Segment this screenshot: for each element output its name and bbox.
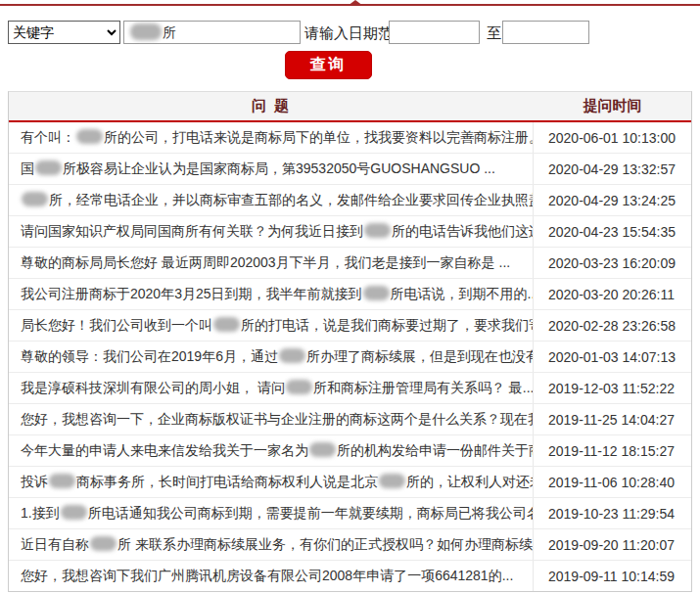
question-time: 2020-03-20 20:26:11 (534, 287, 691, 302)
censored-text-blob (309, 442, 336, 457)
table-row[interactable]: 我是淳硕科技深圳有限公司的周小姐， 请问所和商标注册管理局有关系吗？ 最...2… (9, 373, 691, 404)
question-time: 2019-12-03 11:52:22 (534, 381, 691, 396)
search-button[interactable]: 查询 (285, 51, 372, 79)
question-time: 2019-09-11 10:14:59 (534, 569, 691, 584)
keyword-type-select[interactable]: 关键字 (8, 21, 120, 44)
question-time: 2019-11-12 18:15:27 (534, 443, 691, 459)
table-row[interactable]: 所，经常电话企业，并以商标审查五部的名义，发邮件给企业要求回传企业执照盖章扫..… (9, 185, 691, 216)
question-time: 2019-09-20 11:20:07 (534, 537, 691, 553)
question-time: 2019-10-23 11:29:54 (534, 506, 691, 522)
question-cell[interactable]: 所，经常电话企业，并以商标审查五部的名义，发邮件给企业要求回传企业执照盖章扫..… (9, 185, 534, 215)
date-to-input[interactable] (502, 21, 589, 44)
question-time: 2020-04-29 13:32:57 (534, 161, 691, 177)
question-cell[interactable]: 1.接到所电话通知我公司商标到期，需要提前一年就要续期，商标局已将我公司名单..… (9, 498, 534, 528)
table-row[interactable]: 您好，我想咨询下我们广州腾讯机房设备有限公司2008年申请了一项6641281的… (9, 561, 691, 591)
date-to-label: 至 (487, 24, 501, 43)
keyword-input-value: 所 (129, 23, 176, 42)
time-column-header: 提问时间 (534, 97, 691, 115)
question-cell[interactable]: 局长您好！我们公司收到一个叫所的打电话，说是我们商标要过期了，要求我们寄资料..… (9, 310, 534, 341)
question-cell[interactable]: 国所极容易让企业认为是国家商标局，第39532050号GUOSHANGSUO .… (9, 154, 534, 184)
table-row[interactable]: 局长您好！我们公司收到一个叫所的打电话，说是我们商标要过期了，要求我们寄资料..… (9, 310, 691, 342)
censored-text-blob (90, 536, 117, 551)
question-cell[interactable]: 尊敬的领导：我们公司在2019年6月，通过所办理了商标续展，但是到现在也没有..… (9, 342, 534, 372)
question-cell[interactable]: 您好，我想咨询下我们广州腾讯机房设备有限公司2008年申请了一项6641281的… (9, 561, 534, 591)
question-time: 2020-01-03 14:07:13 (534, 349, 691, 365)
censored-text-blob (286, 380, 312, 394)
tab-pointer-icon (348, 0, 363, 6)
censored-text-blob (35, 160, 62, 175)
table-row[interactable]: 您好，我想咨询一下，企业商标版权证书与企业注册的商标这两个是什么关系？现在我企业… (9, 404, 691, 435)
table-header: 问 题 提问时间 (9, 92, 691, 122)
table-row[interactable]: 尊敬的商标局局长您好 最近两周即202003月下半月，我们老是接到一家自称是 .… (9, 248, 691, 279)
question-time: 2019-11-06 10:28:40 (534, 475, 691, 490)
question-cell[interactable]: 请问国家知识产权局同国商所有何关联？为何我近日接到所的电话告诉我他们这边是知..… (9, 216, 534, 247)
table-row[interactable]: 1.接到所电话通知我公司商标到期，需要提前一年就要续期，商标局已将我公司名单..… (9, 498, 691, 529)
table-row[interactable]: 近日有自称所 来联系办理商标续展业务，有你们的正式授权吗？如何办理商标续展...… (9, 529, 691, 561)
table-row[interactable]: 我公司注册商标于2020年3月25日到期，我半年前就接到所电话说，到期不用的..… (9, 279, 691, 310)
question-time: 2020-06-01 10:13:00 (534, 130, 691, 146)
censored-text-blob (61, 505, 87, 520)
table-row[interactable]: 尊敬的领导：我们公司在2019年6月，通过所办理了商标续展，但是到现在也没有..… (9, 342, 691, 373)
table-row[interactable]: 有个叫：所的公司，打电话来说是商标局下的单位，找我要资料以完善商标注册。但我..… (9, 122, 691, 154)
question-cell[interactable]: 尊敬的商标局局长您好 最近两周即202003月下半月，我们老是接到一家自称是 .… (9, 248, 534, 278)
question-cell[interactable]: 我是淳硕科技深圳有限公司的周小姐， 请问所和商标注册管理局有关系吗？ 最... (9, 373, 534, 403)
question-cell[interactable]: 我公司注册商标于2020年3月25日到期，我半年前就接到所电话说，到期不用的..… (9, 279, 534, 309)
censored-text-blob (76, 129, 103, 144)
keyword-input[interactable]: 所 (123, 21, 301, 44)
censored-text-blob (364, 223, 391, 238)
censored-text-blob (213, 317, 240, 332)
censored-text-blob (22, 192, 48, 206)
censored-text-blob (363, 286, 390, 300)
question-time: 2019-11-25 14:04:27 (534, 412, 691, 428)
question-time: 2020-03-23 16:20:09 (534, 255, 691, 271)
table-row[interactable]: 今年大量的申请人来电来信发给我关于一家名为所的机构发给申请一份邮件关于商标续..… (9, 435, 691, 467)
censored-text-blob (379, 474, 405, 488)
censored-text-blob (49, 474, 75, 488)
question-cell[interactable]: 您好，我想咨询一下，企业商标版权证书与企业注册的商标这两个是什么关系？现在我企业… (9, 404, 534, 434)
table-row[interactable]: 投诉商标事务所，长时间打电话给商标权利人说是北京所的，让权利人对还未到续...2… (9, 467, 691, 498)
table-body: 有个叫：所的公司，打电话来说是商标局下的单位，找我要资料以完善商标注册。但我..… (9, 122, 691, 591)
question-time: 2020-02-28 23:26:58 (534, 318, 691, 334)
table-row[interactable]: 国所极容易让企业认为是国家商标局，第39532050号GUOSHANGSUO .… (9, 154, 691, 185)
question-cell[interactable]: 近日有自称所 来联系办理商标续展业务，有你们的正式授权吗？如何办理商标续展... (9, 529, 534, 560)
censored-text-blob (279, 348, 305, 363)
date-from-input[interactable] (389, 21, 480, 44)
question-cell[interactable]: 有个叫：所的公司，打电话来说是商标局下的单位，找我要资料以完善商标注册。但我..… (9, 122, 534, 153)
question-column-header: 问 题 (9, 97, 534, 115)
censored-text-blob (130, 23, 162, 40)
table-row[interactable]: 请问国家知识产权局同国商所有何关联？为何我近日接到所的电话告诉我他们这边是知..… (9, 216, 691, 248)
question-time: 2020-04-29 13:24:25 (534, 193, 691, 208)
question-cell[interactable]: 今年大量的申请人来电来信发给我关于一家名为所的机构发给申请一份邮件关于商标续..… (9, 435, 534, 466)
question-cell[interactable]: 投诉商标事务所，长时间打电话给商标权利人说是北京所的，让权利人对还未到续... (9, 467, 534, 497)
questions-table: 问 题 提问时间 有个叫：所的公司，打电话来说是商标局下的单位，找我要资料以完善… (8, 91, 692, 592)
question-time: 2020-04-23 15:54:35 (534, 224, 691, 240)
